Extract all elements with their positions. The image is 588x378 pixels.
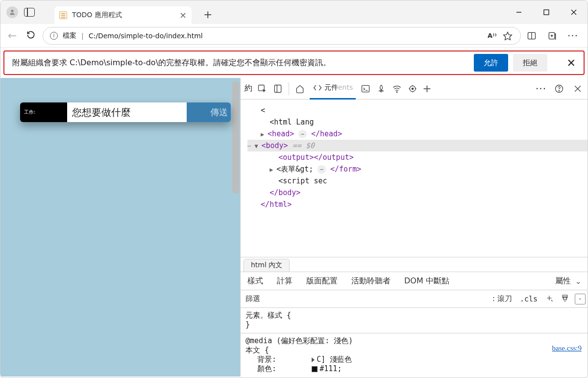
separator: | <box>81 32 84 40</box>
home-icon[interactable] <box>294 83 306 95</box>
send-button[interactable]: 傳送 <box>187 102 231 122</box>
permission-bar: 附屬組織會要求 C:\Demo\simple-to-do\的完整存取權。請確定您… <box>3 50 585 75</box>
permission-message: 附屬組織會要求 C:\Demo\simple-to-do\的完整存取權。請確定您… <box>12 58 474 68</box>
maximize-button[interactable] <box>533 0 560 24</box>
sources-icon[interactable] <box>375 83 387 95</box>
elements-label-prefix: 元件 <box>324 83 338 91</box>
omnibox[interactable]: i 檔案 | C:/Demo/simple-to-do/index.html A… <box>43 27 521 45</box>
computed-sidebar-icon[interactable] <box>575 294 586 304</box>
clipboard-icon <box>59 11 67 19</box>
task-label: 工作: <box>20 102 67 122</box>
elements-tab[interactable]: 元件ents <box>310 78 356 100</box>
tab-layout[interactable]: 版面配置 <box>299 276 344 286</box>
declaration-bg[interactable]: 背景: C] 淺藍色 <box>245 355 583 364</box>
svg-rect-33 <box>580 298 581 300</box>
selector: 本文 { <box>245 346 583 355</box>
svg-rect-32 <box>564 297 567 300</box>
favorite-star-icon[interactable] <box>502 30 514 42</box>
media-query: @media (偏好色彩配置: 淺色) <box>245 336 583 346</box>
devtools: 約 元件ents + <box>241 78 588 377</box>
titlebar-left: TODO 應用程式 × + <box>0 3 212 21</box>
dom-line[interactable]: </body> <box>247 187 588 199</box>
welcome-tab[interactable]: 約 <box>245 83 252 94</box>
info-icon[interactable]: i <box>50 32 58 40</box>
close-button[interactable] <box>560 0 588 24</box>
dom-line[interactable]: <output></output> <box>247 151 588 163</box>
rule-open: 元素。樣式 { <box>245 311 583 320</box>
devtools-toolbar: 約 元件ents + <box>241 78 588 100</box>
css-rule[interactable]: @media (偏好色彩配置: 淺色) 本文 { 背景: C] 淺藍色 顏色: … <box>241 333 588 377</box>
breadcrumb: html 內文 <box>241 257 588 272</box>
inspect-icon[interactable] <box>256 83 268 95</box>
address-bar: ← i 檔案 | C:/Demo/simple-to-do/index.html… <box>0 24 588 48</box>
declaration-color[interactable]: 顏色: #111; <box>245 364 583 374</box>
svg-point-16 <box>381 90 382 92</box>
profile-avatar[interactable] <box>6 6 18 18</box>
chevron-down-icon[interactable]: ⌄ <box>575 277 582 286</box>
svg-rect-14 <box>362 85 369 92</box>
source-link[interactable]: base.css:9 <box>552 344 582 353</box>
file-label: 檔案 <box>63 31 76 40</box>
devtools-menu-icon[interactable]: ··· <box>536 83 546 95</box>
dom-line[interactable]: <script sec <box>247 175 588 187</box>
tab-computed[interactable]: 計算 <box>270 276 299 286</box>
content-split: !DOCTYPE html> 工作: 您想要做什麼 傳送 約 <box>0 78 588 377</box>
deny-button[interactable]: 拒絕 <box>513 54 547 72</box>
back-button[interactable]: ← <box>5 29 19 42</box>
expand-icon[interactable] <box>312 357 315 362</box>
minimize-button[interactable] <box>505 0 533 24</box>
cls-toggle[interactable]: .cls <box>516 295 541 303</box>
dismiss-icon[interactable]: ✕ <box>567 57 576 69</box>
svg-point-25 <box>559 90 559 91</box>
dom-line[interactable]: ▶<表單&gt; ⋯ </form> <box>247 163 588 175</box>
network-icon[interactable] <box>391 83 403 95</box>
scrollbar[interactable] <box>232 81 239 194</box>
elements-label-suffix: ents <box>338 83 353 91</box>
svg-point-17 <box>396 91 397 92</box>
dom-line[interactable]: < <box>247 104 588 116</box>
element-style-rule[interactable]: 元素。樣式 { } <box>241 308 588 333</box>
allow-button[interactable]: 允許 <box>474 54 508 72</box>
tab-styles[interactable]: 樣式 <box>241 276 270 286</box>
url-text: C:/Demo/simple-to-do/index.html <box>89 32 483 40</box>
close-icon[interactable]: × <box>179 11 187 20</box>
hov-toggle[interactable]: : 滾刀 <box>489 294 516 303</box>
color-swatch[interactable] <box>312 366 318 372</box>
read-aloud-icon[interactable]: A⁾⁾ <box>488 32 497 39</box>
settings-menu-icon[interactable]: ··· <box>567 30 579 42</box>
task-input[interactable]: 您想要做什麼 <box>67 102 187 122</box>
window-controls <box>505 0 588 24</box>
dom-line-selected[interactable]: ⋯ ▼<body> == $0 <box>247 140 588 151</box>
more-tools-button[interactable]: + <box>422 82 431 95</box>
dom-line[interactable]: <html Lang <box>247 116 588 128</box>
close-devtools-icon[interactable] <box>572 83 584 95</box>
dom-line[interactable]: </html> <box>247 199 588 210</box>
dom-line[interactable]: ▶<head> ⋯ </head> <box>247 128 588 140</box>
tab-title: TODO 應用程式 <box>72 11 174 20</box>
performance-icon[interactable] <box>407 83 418 95</box>
new-tab-button[interactable]: + <box>203 8 212 21</box>
svg-rect-12 <box>274 85 281 92</box>
breadcrumb-item[interactable]: html 內文 <box>244 259 290 272</box>
dom-tree[interactable]: < <html Lang ▶<head> ⋯ </head> ⋯ ▼<body>… <box>241 100 588 257</box>
tab-properties[interactable]: 屬性 <box>555 276 571 286</box>
page-pane: !DOCTYPE html> 工作: 您想要做什麼 傳送 <box>0 78 241 377</box>
new-style-rule-icon[interactable] <box>541 294 557 304</box>
tab-dom-breakpoints[interactable]: DOM 中斷點 <box>397 276 456 286</box>
filter-input[interactable]: 篩選 <box>241 294 489 303</box>
separator <box>289 82 289 95</box>
vertical-tabs-icon[interactable] <box>24 8 35 17</box>
device-toggle-icon[interactable] <box>272 83 284 95</box>
svg-marker-4 <box>504 32 512 40</box>
print-media-icon[interactable] <box>557 294 573 304</box>
rule-close: } <box>245 320 583 329</box>
collections-icon[interactable] <box>546 30 558 42</box>
split-screen-icon[interactable] <box>526 30 538 42</box>
console-icon[interactable] <box>360 83 371 95</box>
svg-point-19 <box>412 88 414 89</box>
reload-button[interactable] <box>24 30 38 41</box>
tab-listeners[interactable]: 活動聆聽者 <box>344 276 397 286</box>
help-icon[interactable] <box>553 83 565 95</box>
addressbar-right: ··· <box>526 30 583 42</box>
browser-tab[interactable]: TODO 應用程式 × <box>54 6 192 24</box>
